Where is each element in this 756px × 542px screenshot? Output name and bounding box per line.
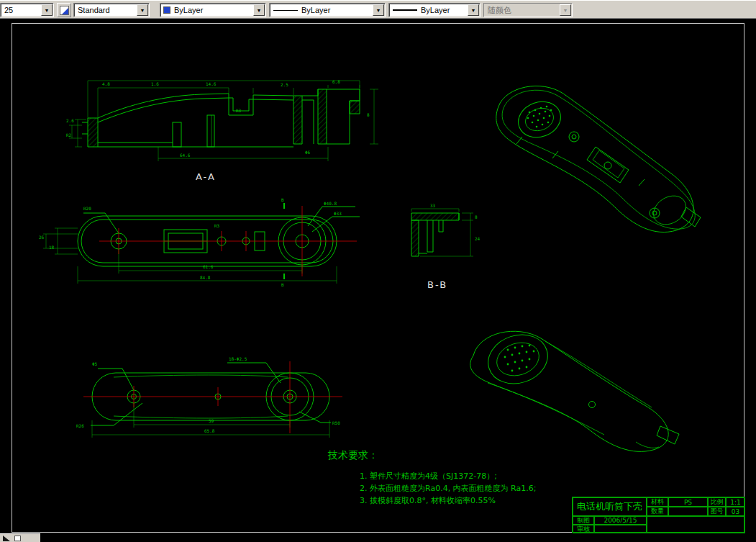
- drawing-no-value: 03: [726, 507, 745, 516]
- layer-combo-value: 25: [1, 6, 41, 14]
- section-bb-label: B-B: [427, 279, 447, 290]
- scale-label: 比例: [708, 497, 726, 507]
- svg-text:Φ6: Φ6: [305, 150, 311, 155]
- speaker-dot-grid: [504, 345, 535, 372]
- view-plan-bottom[interactable]: Φ518-Φ2.5R50R265965.8: [70, 353, 347, 446]
- text-style-combo-value: Standard: [74, 6, 137, 14]
- svg-text:64.6: 64.6: [180, 153, 191, 158]
- linetype-combo[interactable]: ByLayer ▼: [269, 3, 386, 17]
- lineweight-combo[interactable]: ByLayer ▼: [388, 3, 481, 17]
- check-label: 审核: [573, 525, 594, 533]
- title-block[interactable]: 电话机听筒下壳 材料 PS 比例 1:1 数量 图号 03 制图 2006/5/…: [572, 497, 744, 533]
- qty-value: [668, 507, 708, 516]
- chevron-down-icon[interactable]: ▼: [373, 4, 384, 16]
- bottom-left-widget[interactable]: [0, 533, 40, 542]
- svg-text:Φ40.8: Φ40.8: [324, 201, 337, 206]
- chevron-down-icon[interactable]: ▼: [41, 4, 53, 16]
- tech-requirement-item: 2. 外表面粗糙度为Ra0.4, 内表面粗糙度为 Ra1.6;: [360, 482, 536, 494]
- svg-text:Φ5: Φ5: [92, 361, 98, 366]
- svg-text:B: B: [281, 197, 284, 202]
- chevron-down-icon[interactable]: ▼: [137, 4, 148, 16]
- view-iso-exterior[interactable]: [459, 320, 700, 456]
- svg-text:R20: R20: [83, 206, 91, 211]
- svg-text:Φ33: Φ33: [334, 211, 342, 216]
- linetype-sample-icon: [273, 10, 298, 11]
- svg-text:R2: R2: [66, 132, 72, 137]
- view-section-aa[interactable]: 2.6R24.81.614.6R32.56.8864.6Φ6 A-A: [65, 78, 381, 186]
- qty-label: 数量: [647, 507, 668, 516]
- svg-text:1.6: 1.6: [151, 81, 159, 86]
- svg-text:24: 24: [475, 236, 481, 241]
- draft-value: 2006/5/15: [594, 516, 647, 525]
- lineweight-combo-value: ByLayer: [417, 6, 468, 14]
- cad-application-window: 25 ▼ Standard ▼ ByLayer ▼ ByLayer ▼ ByLa…: [0, 0, 756, 542]
- chevron-down-icon: ▼: [560, 4, 571, 16]
- svg-text:R3: R3: [214, 223, 220, 228]
- scale-value: 1:1: [726, 497, 745, 507]
- model-space-canvas[interactable]: 2.6R24.81.614.6R32.56.8864.6Φ6 A-A: [0, 19, 756, 542]
- object-properties-toolbar: 25 ▼ Standard ▼ ByLayer ▼ ByLayer ▼ ByLa…: [0, 0, 756, 19]
- dim-style-icon: [60, 6, 69, 15]
- view-section-bb[interactable]: 33824 B-B: [401, 203, 484, 293]
- earpiece-dot-grid: [527, 106, 552, 128]
- svg-text:8: 8: [367, 112, 370, 117]
- tech-requirements-list: 1. 塑件尺寸精度为4级（SJ1372-78）; 2. 外表面粗糙度为Ra0.4…: [360, 470, 536, 507]
- svg-text:R3: R3: [236, 108, 242, 113]
- draft-label: 制图: [573, 516, 594, 525]
- color-swatch-icon: [163, 6, 170, 14]
- material-value: PS: [668, 497, 708, 507]
- svg-text:18-Φ2.5: 18-Φ2.5: [229, 356, 247, 361]
- small-box-icon: [14, 536, 21, 541]
- svg-text:R26: R26: [76, 423, 84, 428]
- svg-text:18: 18: [49, 245, 55, 250]
- svg-text:R50: R50: [332, 420, 340, 425]
- svg-text:33: 33: [430, 203, 436, 208]
- material-label: 材料: [647, 497, 668, 507]
- tech-requirement-item: 1. 塑件尺寸精度为4级（SJ1372-78）;: [360, 470, 536, 482]
- svg-text:14.6: 14.6: [206, 81, 217, 86]
- svg-text:2.6: 2.6: [66, 118, 74, 123]
- triangle-icon: [3, 536, 10, 541]
- lineweight-sample-icon: [393, 9, 417, 11]
- plan-top-dims: R20Φ40.8Φ33261861.684.8R3BB: [39, 197, 342, 287]
- color-combo[interactable]: ByLayer ▼: [160, 3, 266, 17]
- chevron-down-icon[interactable]: ▼: [253, 4, 265, 16]
- plan-bottom-dims: Φ518-Φ2.5R50R265965.8: [76, 356, 340, 433]
- svg-text:65.8: 65.8: [204, 428, 215, 433]
- svg-text:6.8: 6.8: [332, 79, 340, 84]
- text-style-combo[interactable]: Standard ▼: [73, 3, 150, 17]
- plotstyle-combo: 随颜色 ▼: [483, 3, 573, 17]
- svg-text:59: 59: [209, 418, 214, 423]
- check-value: [594, 525, 647, 533]
- svg-text:8: 8: [475, 214, 478, 220]
- style-tool-button[interactable]: [57, 3, 71, 17]
- layer-combo[interactable]: 25 ▼: [0, 3, 54, 17]
- view-plan-top[interactable]: R20Φ40.8Φ33261861.684.8R3BB: [36, 196, 374, 297]
- drawing-title: 电话机听筒下壳: [573, 497, 647, 516]
- tech-requirement-item: 3. 拔模斜度取0.8°, 材料收缩率0.55%: [360, 494, 536, 507]
- svg-text:B: B: [281, 282, 284, 287]
- color-combo-value: ByLayer: [170, 6, 253, 14]
- linetype-combo-value: ByLayer: [298, 6, 373, 14]
- tech-requirements-title: 技术要求：: [328, 449, 378, 462]
- plotstyle-combo-value: 随颜色: [484, 5, 560, 16]
- svg-text:4.8: 4.8: [102, 81, 110, 86]
- title-block-blank: [647, 516, 745, 533]
- chevron-down-icon[interactable]: ▼: [468, 4, 479, 16]
- svg-text:84.8: 84.8: [200, 275, 211, 280]
- drawing-no-label: 图号: [708, 507, 726, 516]
- section-aa-label: A-A: [196, 171, 216, 182]
- view-iso-interior[interactable]: [488, 78, 714, 243]
- svg-text:61.6: 61.6: [203, 264, 214, 269]
- svg-text:26: 26: [39, 235, 45, 240]
- svg-text:2.5: 2.5: [281, 82, 288, 87]
